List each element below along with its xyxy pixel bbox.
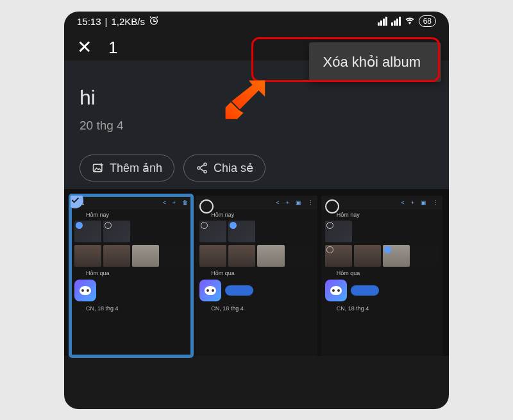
mini-share-icon: <: [401, 199, 404, 206]
mini-cell: [383, 245, 410, 267]
mini-cell: [103, 221, 130, 242]
mini-cell: [354, 221, 381, 242]
mini-row: [71, 219, 192, 244]
mini-row: [196, 244, 317, 268]
mini-share-icon: <: [163, 199, 166, 206]
mini-more-icon: ⋮: [308, 199, 314, 206]
mini-group-today: Hôm nay: [196, 210, 317, 219]
mini-topbar: < + ▣ ⋮: [321, 196, 442, 210]
tiny-ring-icon: [105, 222, 112, 229]
mini-actions: < + 🗑: [163, 199, 189, 206]
photo-thumb-1[interactable]: ✕ 1 < + 🗑 Hôm nay Hôm qua: [71, 196, 192, 356]
mini-cell: [325, 245, 352, 267]
alarm-icon: [149, 15, 159, 28]
mini-cell: [161, 221, 188, 242]
tiny-ring-icon: [201, 222, 208, 229]
mini-trash-icon: 🗑: [182, 199, 188, 206]
tiny-check-icon: [230, 222, 237, 229]
close-selection-button[interactable]: ✕: [77, 38, 92, 56]
mini-more-icon: ⋮: [433, 199, 439, 206]
mini-icon-row: [196, 278, 317, 303]
mini-icon-row: [71, 278, 192, 303]
mini-plus-icon: +: [172, 199, 176, 206]
mini-cell: [257, 221, 284, 242]
mini-row: [321, 244, 442, 268]
status-time: 15:13: [77, 16, 101, 27]
mini-cell: [228, 221, 255, 242]
mini-cell: [412, 221, 439, 242]
photo-thumb-2[interactable]: < + ▣ ⋮ Hôm nay Hôm qua: [196, 196, 317, 356]
status-left: 15:13 | 1,2KB/s: [77, 15, 159, 28]
mini-cell: [383, 221, 410, 242]
mini-cell: [228, 245, 255, 267]
album-actions: Thêm ảnh Chia sẻ: [80, 155, 433, 181]
mini-cell: [287, 245, 314, 267]
signal-icon-1: [378, 17, 387, 26]
mini-cell: [287, 221, 314, 242]
share-button[interactable]: Chia sẻ: [183, 155, 265, 181]
mini-group-today: Hôm nay: [71, 210, 192, 219]
app-icon: [325, 280, 347, 301]
add-photo-button[interactable]: Thêm ảnh: [80, 155, 174, 181]
mini-cell: [199, 245, 226, 267]
mini-group-today: Hôm nay: [321, 210, 442, 219]
mini-pill-button: [351, 285, 379, 296]
mini-icon-row: [321, 278, 442, 303]
add-photo-label: Thêm ảnh: [110, 161, 162, 175]
mini-actions: < + ▣ ⋮: [276, 199, 314, 206]
tiny-ring-icon: [326, 222, 333, 229]
unselected-ring-icon: [199, 199, 214, 214]
mini-actions: < + ▣ ⋮: [401, 199, 439, 206]
battery-percent: 68: [423, 17, 432, 26]
phone-frame: 15:13 | 1,2KB/s 68 ✕ 1 Xóa khỏi album: [64, 12, 449, 409]
album-date: 20 thg 4: [80, 119, 433, 133]
mini-cell: [74, 221, 101, 242]
status-net-speed: 1,2KB/s: [111, 16, 145, 27]
context-menu: Xóa khỏi album: [309, 42, 441, 82]
tiny-ring-icon: [326, 246, 333, 253]
mini-cell: [161, 245, 188, 267]
status-right: 68: [378, 15, 436, 28]
status-bar: 15:13 | 1,2KB/s 68: [64, 12, 449, 29]
mini-copy-icon: ▣: [421, 199, 426, 206]
battery-indicator: 68: [419, 15, 436, 27]
mini-cell: [132, 221, 159, 242]
mini-plus-icon: +: [411, 199, 414, 206]
mini-cell: [103, 245, 130, 267]
mini-group-sun: CN, 18 thg 4: [196, 303, 317, 313]
mini-plus-icon: +: [285, 199, 289, 206]
photo-thumb-3[interactable]: < + ▣ ⋮ Hôm nay Hôm qua: [321, 196, 442, 356]
mini-cell: [412, 245, 439, 267]
share-label: Chia sẻ: [214, 161, 253, 175]
add-photo-icon: [92, 162, 105, 174]
mini-topbar: ✕ 1 < + 🗑: [71, 196, 192, 210]
share-icon: [196, 162, 208, 174]
thumbnail-grid: ✕ 1 < + 🗑 Hôm nay Hôm qua: [64, 189, 449, 356]
mini-group-yesterday: Hôm qua: [321, 268, 442, 278]
mini-cell: [257, 245, 284, 267]
mini-copy-icon: ▣: [296, 199, 301, 206]
selection-count: 1: [108, 38, 117, 58]
mini-cell: [74, 245, 101, 267]
wifi-icon: [405, 15, 415, 28]
mini-row: [196, 219, 317, 244]
album-title: hi: [80, 86, 433, 110]
unselected-ring-icon: [325, 199, 339, 214]
mini-cell: [354, 245, 381, 267]
tiny-check-icon: [76, 222, 83, 229]
app-icon: [199, 280, 221, 301]
mini-group-yesterday: Hôm qua: [196, 268, 317, 278]
mini-row: [71, 244, 192, 268]
mini-cell: [132, 245, 159, 267]
mini-group-sun: CN, 18 thg 4: [321, 303, 442, 313]
status-separator: |: [105, 16, 108, 27]
menu-item-remove-from-album[interactable]: Xóa khỏi album: [323, 54, 421, 71]
mini-cell: [325, 221, 352, 242]
mini-group-yesterday: Hôm qua: [71, 268, 192, 278]
mini-share-icon: <: [276, 199, 279, 206]
app-icon: [74, 280, 96, 301]
mini-pill-button: [225, 285, 253, 296]
mini-cell: [199, 221, 226, 242]
signal-icon-2: [391, 17, 401, 26]
mini-group-sun: CN, 18 thg 4: [71, 303, 192, 313]
